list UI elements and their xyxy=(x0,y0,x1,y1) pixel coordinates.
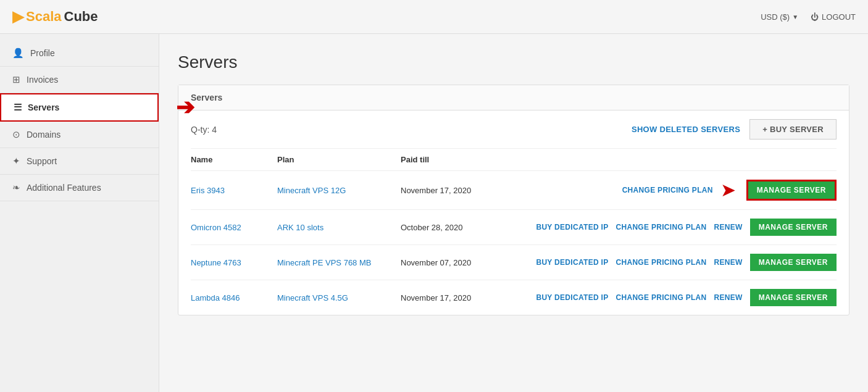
currency-label: USD ($) xyxy=(761,12,790,22)
change-pricing-plan-button[interactable]: CHANGE PRICING PLAN xyxy=(616,223,706,231)
server-plan-link[interactable]: Minecraft VPS 12G xyxy=(277,186,346,195)
server-plan-link[interactable]: Minecraft VPS 4.5G xyxy=(277,293,348,302)
quantity-label: Q-ty: 4 xyxy=(191,125,217,135)
sidebar-item-additional-features[interactable]: ❧ Additional Features xyxy=(0,175,159,201)
chevron-down-icon: ▼ xyxy=(792,14,798,20)
buy-server-button[interactable]: + BUY SERVER xyxy=(749,119,837,140)
sidebar-item-label: Support xyxy=(27,156,57,166)
logo-icon: ▶ xyxy=(12,8,23,25)
buy-dedicated-ip-button[interactable]: BUY DEDICATED IP xyxy=(536,293,608,302)
manage-server-button[interactable]: MANAGE SERVER xyxy=(750,289,837,306)
manage-server-button[interactable]: MANAGE SERVER xyxy=(750,254,837,271)
action-cell: BUY DEDICATED IPCHANGE PRICING PLANRENEW… xyxy=(512,289,837,306)
invoices-icon: ⊞ xyxy=(12,74,20,85)
col-header-paid-till: Paid till xyxy=(401,149,512,171)
server-paid-till: November 17, 2020 xyxy=(401,280,512,315)
buy-dedicated-ip-button[interactable]: BUY DEDICATED IP xyxy=(536,223,608,231)
manage-server-button[interactable]: MANAGE SERVER xyxy=(750,219,837,236)
card-body: Q-ty: 4 SHOW DELETED SERVERS + BUY SERVE… xyxy=(178,111,849,315)
header: ▶ ScalaCube USD ($) ▼ ⏻ LOGOUT xyxy=(0,0,868,34)
server-paid-till: November 17, 2020 xyxy=(401,171,512,210)
buy-dedicated-ip-button[interactable]: BUY DEDICATED IP xyxy=(536,258,608,267)
currency-selector[interactable]: USD ($) ▼ xyxy=(761,12,798,22)
sidebar-item-label: Profile xyxy=(30,48,55,58)
logo-cube: Cube xyxy=(64,9,98,25)
toolbar: Q-ty: 4 SHOW DELETED SERVERS + BUY SERVE… xyxy=(191,111,837,148)
sidebar-item-label: Additional Features xyxy=(27,183,101,193)
renew-button[interactable]: RENEW xyxy=(714,293,743,302)
change-pricing-plan-button[interactable]: CHANGE PRICING PLAN xyxy=(622,186,713,194)
table-row: Omicron 4582ARK 10 slotsOctober 28, 2020… xyxy=(191,210,837,245)
manage-server-arrow-annotation: ➤ xyxy=(720,181,736,199)
server-paid-till: November 07, 2020 xyxy=(401,245,512,280)
server-plan-link[interactable]: ARK 10 slots xyxy=(277,223,323,232)
main-content: Servers Servers Q-ty: 4 SHOW DELETED SER… xyxy=(159,34,868,392)
server-name-link[interactable]: Omicron 4582 xyxy=(191,223,241,232)
action-cell: CHANGE PRICING PLAN➤MANAGE SERVER xyxy=(512,180,837,201)
servers-icon: ☰ xyxy=(14,102,22,113)
manage-server-button[interactable]: MANAGE SERVER xyxy=(746,180,837,201)
page-title: Servers xyxy=(178,52,849,72)
sidebar-item-label: Domains xyxy=(27,130,61,140)
server-name-link[interactable]: Neptune 4763 xyxy=(191,258,241,267)
sidebar-item-servers[interactable]: ☰ Servers ➔ xyxy=(0,93,159,122)
renew-button[interactable]: RENEW xyxy=(714,258,743,267)
additional-features-icon: ❧ xyxy=(12,182,20,193)
servers-table: Name Plan Paid till Eris 3943Minecraft V… xyxy=(191,148,837,315)
change-pricing-plan-button[interactable]: CHANGE PRICING PLAN xyxy=(616,258,706,267)
sidebar-item-label: Servers xyxy=(28,102,59,112)
toolbar-right: SHOW DELETED SERVERS + BUY SERVER xyxy=(632,119,837,140)
table-row: Lambda 4846Minecraft VPS 4.5GNovember 17… xyxy=(191,280,837,315)
renew-button[interactable]: RENEW xyxy=(714,223,743,231)
header-right: USD ($) ▼ ⏻ LOGOUT xyxy=(761,12,856,22)
logo: ▶ ScalaCube xyxy=(12,8,98,25)
sidebar-item-domains[interactable]: ⊙ Domains xyxy=(0,122,159,148)
sidebar: 👤 Profile ⊞ Invoices ☰ Servers ➔ ⊙ Domai… xyxy=(0,34,159,392)
layout: 👤 Profile ⊞ Invoices ☰ Servers ➔ ⊙ Domai… xyxy=(0,34,868,392)
card-header: Servers xyxy=(178,85,849,111)
servers-card: Servers Q-ty: 4 SHOW DELETED SERVERS + B… xyxy=(178,85,849,315)
table-row: Neptune 4763Minecraft PE VPS 768 MBNovem… xyxy=(191,245,837,280)
server-name-link[interactable]: Eris 3943 xyxy=(191,186,225,195)
domains-icon: ⊙ xyxy=(12,129,20,140)
col-header-name: Name xyxy=(191,149,277,171)
server-name-link[interactable]: Lambda 4846 xyxy=(191,293,240,302)
logo-scala: Scala xyxy=(26,9,62,25)
support-icon: ✦ xyxy=(12,156,20,167)
table-row: Eris 3943Minecraft VPS 12GNovember 17, 2… xyxy=(191,171,837,210)
sidebar-item-invoices[interactable]: ⊞ Invoices xyxy=(0,67,159,93)
profile-icon: 👤 xyxy=(12,48,24,59)
logout-label: LOGOUT xyxy=(822,12,856,22)
logout-icon: ⏻ xyxy=(811,12,819,22)
action-cell: BUY DEDICATED IPCHANGE PRICING PLANRENEW… xyxy=(512,219,837,236)
show-deleted-button[interactable]: SHOW DELETED SERVERS xyxy=(632,125,740,134)
sidebar-item-support[interactable]: ✦ Support xyxy=(0,148,159,175)
col-header-actions xyxy=(512,149,837,171)
change-pricing-plan-button[interactable]: CHANGE PRICING PLAN xyxy=(616,293,706,302)
sidebar-item-profile[interactable]: 👤 Profile xyxy=(0,40,159,67)
logout-button[interactable]: ⏻ LOGOUT xyxy=(811,12,856,22)
col-header-plan: Plan xyxy=(277,149,401,171)
action-cell: BUY DEDICATED IPCHANGE PRICING PLANRENEW… xyxy=(512,254,837,271)
sidebar-item-label: Invoices xyxy=(27,75,58,85)
server-paid-till: October 28, 2020 xyxy=(401,210,512,245)
server-plan-link[interactable]: Minecraft PE VPS 768 MB xyxy=(277,258,371,267)
